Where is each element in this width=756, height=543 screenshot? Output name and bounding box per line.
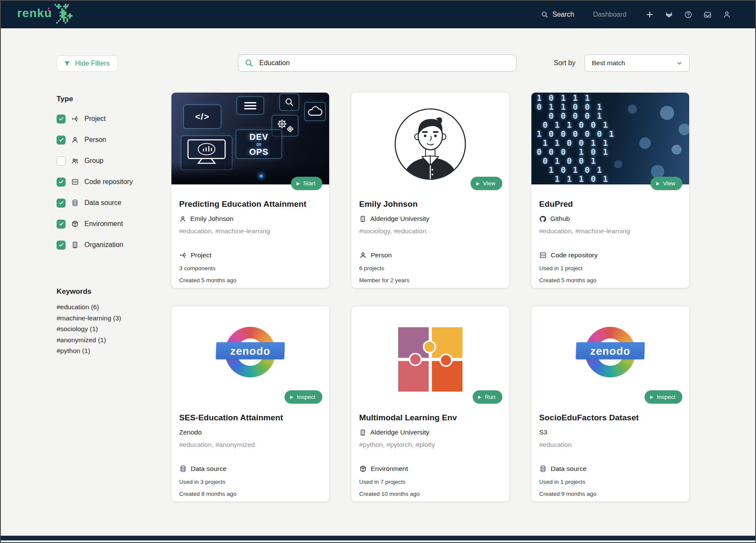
user-icon[interactable] (723, 10, 731, 19)
play-icon: ▶ (656, 181, 660, 186)
hide-filters-label: Hide Filters (75, 60, 110, 67)
inspect-button[interactable]: ▶ Inspect (285, 390, 322, 404)
list-panel (237, 97, 264, 115)
zenodo-banner: zenodo (576, 342, 645, 359)
type-filter-data-source[interactable]: Data source (57, 198, 165, 208)
keyword-python[interactable]: #python (1) (57, 345, 165, 356)
monitor-chart-icon (185, 139, 228, 167)
puzzle-graphic (398, 327, 462, 392)
start-button[interactable]: ▶ Start (291, 177, 322, 190)
card-image-devops-photo: </> DEV ∞ (171, 93, 329, 184)
navbar-icon-group (645, 10, 731, 19)
keyword-education[interactable]: #education (6) (57, 302, 165, 313)
card-title: SES-Education Attainment (179, 413, 321, 422)
help-icon[interactable] (684, 10, 693, 19)
card-ses-education-attainment[interactable]: zenodo ▶ Inspect SES-Education Attainmen… (171, 306, 330, 502)
action-label: Inspect (297, 394, 315, 400)
person-checkbox[interactable] (57, 136, 66, 145)
card-type-label: Code repository (551, 251, 597, 259)
card-subtitle-text: Alderidge University (370, 428, 429, 436)
card-subtitle: Alderidge University (359, 214, 501, 223)
magnifier-icon (284, 97, 294, 107)
type-label: Data source (84, 199, 121, 207)
card-socioedufactors-dataset[interactable]: zenodo ▶ Inspect SocioEduFactors Dataset… (531, 306, 690, 502)
nav-search-link[interactable]: Search (541, 11, 574, 18)
keyword-sociology[interactable]: #sociology (1) (57, 323, 165, 335)
view-button[interactable]: ▶ View (471, 177, 502, 190)
gitlab-icon[interactable] (665, 10, 673, 19)
type-filter-person[interactable]: Person (57, 135, 165, 145)
package-icon (359, 465, 367, 473)
card-type-row: Project (179, 251, 321, 259)
type-filter-organization[interactable]: Organization (57, 240, 165, 250)
card-type-row: Environment (359, 465, 501, 473)
card-title: Multimodal Learning Env (359, 413, 501, 422)
card-image-zenodo-logo: zenodo (171, 306, 329, 398)
type-label: Code repository (84, 178, 133, 186)
card-emily-johnson[interactable]: ▶ View Emily Johnson Alderidge Universit… (351, 92, 510, 288)
card-stat-created: Created 5 months ago (179, 277, 321, 284)
avatar-illustration (393, 107, 467, 181)
view-button[interactable]: ▶ View (651, 177, 682, 190)
card-multimodal-learning-env[interactable]: ▶ Run Multimodal Learning Env Alderidge … (351, 306, 510, 502)
card-stat-components: 3 components (179, 265, 321, 272)
card-body: SES-Education Attainment Zenodo #educati… (171, 398, 329, 497)
inspect-button[interactable]: ▶ Inspect (645, 390, 682, 404)
plus-icon[interactable] (645, 10, 654, 19)
keyword-anonymized[interactable]: #anonymized (1) (57, 335, 165, 346)
action-label: Inspect (657, 394, 675, 400)
card-title: Emily Johnson (359, 199, 501, 209)
card-body: Predicting Education Attainment Emily Jo… (171, 184, 329, 284)
card-subtitle: Zenodo (179, 428, 321, 437)
card-type-row: Person (359, 251, 501, 259)
card-stat-used: Used in 7 projects (359, 479, 501, 485)
card-subtitle: Alderidge University (359, 428, 501, 437)
project-icon (71, 115, 79, 123)
hide-filters-button[interactable]: Hide Filters (57, 55, 118, 72)
card-stat-used: Used in 1 projects (539, 479, 681, 485)
brand-pink-dots (48, 8, 49, 9)
card-subtitle: S3 (539, 428, 681, 437)
nav-dashboard-link[interactable]: Dashboard (593, 11, 627, 18)
card-type-row: Code repository (539, 251, 681, 259)
binary-digits: 1 0 1 1 1 0 1 1 0 0 1 0 0 0 0 1 0 1 1 0 … (537, 94, 615, 184)
group-checkbox[interactable] (57, 157, 66, 166)
check-icon (58, 242, 64, 248)
card-type-row: Data source (539, 465, 681, 473)
card-edupred[interactable]: 1 0 1 1 1 0 1 1 0 0 1 0 0 0 0 1 0 1 1 0 … (531, 92, 690, 288)
package-icon (71, 220, 79, 228)
data-source-checkbox[interactable] (57, 199, 66, 208)
type-filter-group[interactable]: Group (57, 156, 165, 166)
run-button[interactable]: ▶ Run (473, 390, 502, 404)
devops-panel: DEV ∞ OPS (236, 130, 282, 159)
type-filter-code-repository[interactable]: Code repository (57, 177, 165, 187)
card-stat-used: Used in 3 projects (179, 479, 321, 485)
code-repository-checkbox[interactable] (57, 178, 66, 187)
renku-logo[interactable]: renku (17, 5, 73, 24)
card-type-label: Environment (371, 465, 408, 473)
sort-select[interactable]: Best match (585, 54, 690, 72)
inbox-icon[interactable] (703, 10, 712, 19)
keyword-list: #education (6) #machine-learning (3) #so… (57, 302, 165, 356)
action-label: Start (303, 180, 315, 187)
code-repository-icon (539, 251, 547, 259)
card-image-puzzle (351, 306, 509, 398)
project-checkbox[interactable] (57, 115, 66, 124)
person-icon (71, 136, 79, 144)
filters-sidebar: Hide Filters Type Project Person Group (57, 55, 165, 356)
type-filter-project[interactable]: Project (57, 114, 165, 124)
sort-by-label: Sort by (554, 59, 576, 67)
card-predicting-education-attainment[interactable]: </> DEV ∞ (171, 92, 330, 288)
keyword-machine-learning[interactable]: #machine-learning (3) (57, 313, 165, 324)
check-icon (58, 116, 64, 122)
type-filter-environment[interactable]: Environment (57, 219, 165, 229)
keywords-heading: Keywords (57, 287, 165, 296)
card-body: Emily Johnson Alderidge University #soci… (351, 184, 509, 284)
play-icon: ▶ (478, 395, 482, 399)
organization-checkbox[interactable] (57, 241, 66, 250)
card-subtitle: Github (539, 214, 681, 223)
play-icon: ▶ (650, 395, 654, 399)
search-input[interactable] (259, 59, 510, 67)
building-icon (359, 429, 366, 436)
environment-checkbox[interactable] (57, 220, 66, 229)
